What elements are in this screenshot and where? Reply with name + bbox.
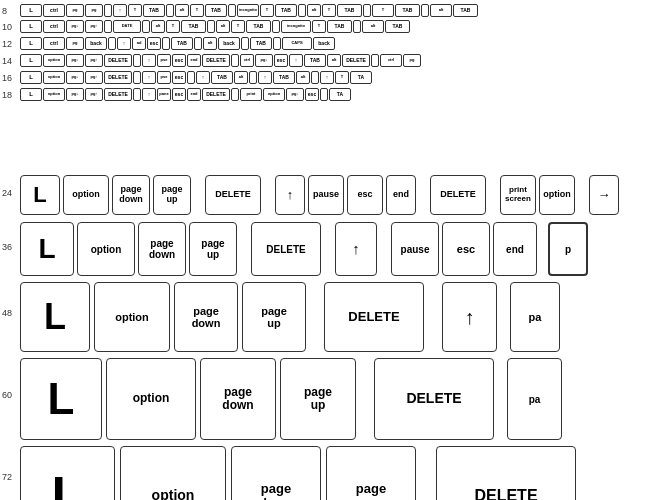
key-option2-r24[interactable]: option (539, 175, 575, 215)
key-esc2-r14[interactable]: esc (274, 54, 288, 67)
key-ctrl-r10[interactable]: ctrl (43, 20, 65, 33)
key-ctrl2-r14[interactable]: ctrl (380, 54, 402, 67)
key-pg1-r8[interactable]: pg (66, 4, 84, 17)
key-t2-r10[interactable]: T (231, 20, 245, 33)
key-partial-r60[interactable]: pa (507, 358, 562, 440)
key-alt2-r10[interactable]: alt (216, 20, 230, 33)
key-delete-r72[interactable]: DELETE (436, 446, 576, 500)
key-esc-r24[interactable]: esc (347, 175, 383, 215)
key-pageup-r60[interactable]: page up (280, 358, 356, 440)
key-tab1-r8[interactable]: TAB (143, 4, 165, 17)
key-sep4-r10[interactable] (272, 20, 280, 33)
key-L-r14[interactable]: L (20, 54, 42, 67)
key-incognito-r8[interactable]: incognito (237, 4, 259, 17)
key-t-r10[interactable]: T (166, 20, 180, 33)
key-pause-r16[interactable]: pse (157, 71, 171, 84)
key-delete-r60[interactable]: DELETE (374, 358, 494, 440)
key-t3-r10[interactable]: T (312, 20, 326, 33)
key-uparrow-r48[interactable]: ↑ (442, 282, 497, 352)
key-sep3-r14[interactable] (371, 54, 379, 67)
key-sep2-r8[interactable] (166, 4, 174, 17)
key-up-r12[interactable]: ↑ (117, 37, 131, 50)
key-sep1-r12[interactable] (108, 37, 116, 50)
key-pane-r18[interactable]: pane (157, 88, 171, 101)
key-sep3-r8[interactable] (228, 4, 236, 17)
key-option-r16[interactable]: option (43, 71, 65, 84)
key-date-r10[interactable]: DATE (113, 20, 141, 33)
key-sep2-r18[interactable] (231, 88, 239, 101)
key-t5-r8[interactable]: T (372, 4, 394, 17)
key-back-r12[interactable]: back (85, 37, 107, 50)
key-option-r48[interactable]: option (94, 282, 170, 352)
key-end-r36[interactable]: end (493, 222, 537, 276)
key-option-r24[interactable]: option (63, 175, 109, 215)
key-tab2-r16[interactable]: TAB (273, 71, 295, 84)
key-sep6-r8[interactable] (421, 4, 429, 17)
key-sep3-r12[interactable] (194, 37, 202, 50)
key-up4-r16[interactable]: ↑ (320, 71, 334, 84)
key-alt2-r8[interactable]: alt (307, 4, 321, 17)
key-TA-r18[interactable]: TA (329, 88, 351, 101)
key-delete-r16[interactable]: DELETE (104, 71, 132, 84)
key-sep1-r10[interactable] (104, 20, 112, 33)
key-pageup-r36[interactable]: page up (189, 222, 237, 276)
key-option-r18[interactable]: option (43, 88, 65, 101)
key-pgdn-r18[interactable]: pg↓ (66, 88, 84, 101)
key-sep1-r16[interactable] (133, 71, 141, 84)
key-L-r48[interactable]: L (20, 282, 90, 352)
key-end-r24[interactable]: end (386, 175, 416, 215)
key-t-r16[interactable]: T (335, 71, 349, 84)
key-sep4-r8[interactable] (298, 4, 306, 17)
key-pause-r14[interactable]: pse (157, 54, 171, 67)
key-delete2-r24[interactable]: DELETE (430, 175, 486, 215)
key-capslock-r12[interactable]: CAPS (282, 37, 312, 50)
key-delete-r18[interactable]: DELETE (104, 88, 132, 101)
key-pagedown-r36[interactable]: page down (138, 222, 186, 276)
key-esc2-r18[interactable]: esc (305, 88, 319, 101)
key-t1-r8[interactable]: T (128, 4, 142, 17)
key-L-r72[interactable]: L (20, 446, 115, 500)
key-option-r14[interactable]: option (43, 54, 65, 67)
key-incognito-r10[interactable]: incognito (281, 20, 311, 33)
key-up2-r14[interactable]: ↑ (289, 54, 303, 67)
key-option2-r18[interactable]: option (263, 88, 285, 101)
key-sep4-r12[interactable] (241, 37, 249, 50)
key-delete-r48[interactable]: DELETE (324, 282, 424, 352)
key-end-r14[interactable]: end (187, 54, 201, 67)
key-pg2-r8[interactable]: pg (85, 4, 103, 17)
key-sep1-r14[interactable] (133, 54, 141, 67)
key-sep5-r12[interactable] (273, 37, 281, 50)
key-alt-r12[interactable]: alt (203, 37, 217, 50)
key-pg1-r12[interactable]: pg (66, 37, 84, 50)
key-L-r60[interactable]: L (20, 358, 102, 440)
key-sep5-r8[interactable] (363, 4, 371, 17)
key-ad-r12[interactable]: ad (132, 37, 146, 50)
key-up2-r16[interactable]: ↑ (196, 71, 210, 84)
key-uparrow-r24[interactable]: ↑ (275, 175, 305, 215)
key-last-r10[interactable]: alt (362, 20, 384, 33)
key-up-r16[interactable]: ↑ (142, 71, 156, 84)
key-printscreen-r24[interactable]: print screen (500, 175, 536, 215)
key-pageup-r24[interactable]: page up (153, 175, 191, 215)
key-partial-r48[interactable]: pa (510, 282, 560, 352)
key-ctrl-r12[interactable]: ctrl (43, 37, 65, 50)
key-pagedown-r60[interactable]: page down (200, 358, 276, 440)
key-sep2-r12[interactable] (162, 37, 170, 50)
key-delete-r14[interactable]: DELETE (104, 54, 132, 67)
key-esc-r18[interactable]: esc (172, 88, 186, 101)
key-pause-r36[interactable]: pause (391, 222, 439, 276)
key-tab2-r12[interactable]: TAB (250, 37, 272, 50)
key-tab-r10[interactable]: TAB (181, 20, 206, 33)
key-back3-r12[interactable]: back (313, 37, 335, 50)
key-print-r18[interactable]: print (240, 88, 262, 101)
key-alt-r16[interactable]: alt (234, 71, 248, 84)
key-pause-r24[interactable]: pause (308, 175, 344, 215)
key-t4-r8[interactable]: T (322, 4, 336, 17)
key-rightarrow-r24[interactable]: → (589, 175, 619, 215)
key-L-r24[interactable]: L (20, 175, 60, 215)
key-alt-r10[interactable]: alt (151, 20, 165, 33)
key-L-r18[interactable]: L (20, 88, 42, 101)
key-sep5-r10[interactable] (353, 20, 361, 33)
key-sep2-r10[interactable] (142, 20, 150, 33)
key-pgdn3-r14[interactable]: pg (403, 54, 421, 67)
